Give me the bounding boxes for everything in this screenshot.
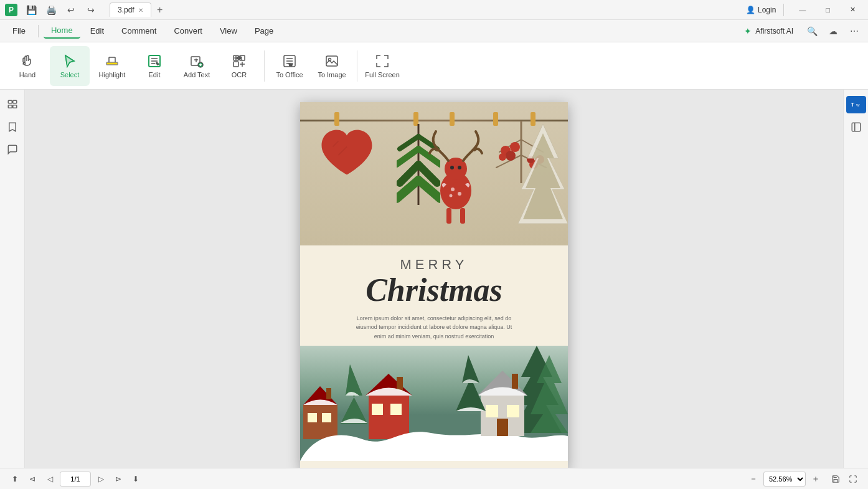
sidebar-thumbnail-icon[interactable] (2, 95, 22, 115)
svg-rect-13 (12, 100, 16, 103)
title-bar: P 💾 🖨️ ↩ ↪ 3.pdf ✕ + 👤 Login — □ ✕ (0, 0, 868, 20)
toolbar-divider-2 (357, 50, 357, 82)
active-tab[interactable]: 3.pdf ✕ (110, 2, 151, 17)
ai-label: Afirstsoft AI (755, 27, 793, 36)
menu-home[interactable]: Home (44, 23, 80, 39)
left-sidebar (0, 90, 25, 468)
ai-button[interactable]: ✦ Afirstsoft AI (738, 24, 800, 39)
sidebar-comment-icon[interactable] (2, 140, 22, 159)
next-page-button[interactable]: ⊳ (111, 472, 126, 487)
title-bar-right: 👤 Login — □ ✕ (746, 4, 863, 16)
to-office-tool-label: To Office (276, 71, 303, 78)
main-area: MERRY Christmas Lorem ipsum dolor sit am… (0, 90, 868, 468)
menu-bar: File Home Edit Comment Convert View Page… (0, 20, 868, 42)
zoom-select[interactable]: 25% 50% 52.56% 75% 100% 150% 200% (763, 472, 806, 487)
add-text-tool-button[interactable]: Add Text (177, 46, 217, 86)
pdf-viewer[interactable]: MERRY Christmas Lorem ipsum dolor sit am… (25, 90, 843, 468)
right-sidebar: T W (843, 90, 868, 468)
svg-point-31 (450, 166, 454, 169)
svg-rect-12 (8, 100, 12, 103)
separator (783, 4, 784, 16)
svg-rect-0 (106, 62, 118, 65)
svg-line-19 (400, 136, 418, 149)
svg-rect-62 (390, 404, 402, 415)
settings-icon[interactable]: ⋯ (846, 22, 863, 40)
christmas-text: Christmas (319, 274, 549, 306)
separator (38, 25, 39, 37)
ocr-tool-label: OCR (232, 71, 247, 78)
last-page-button[interactable]: ⬇ (128, 472, 143, 487)
page-number-input[interactable] (60, 472, 91, 487)
ai-section: ✦ Afirstsoft AI 🔍 ☁ ⋯ (738, 22, 863, 40)
sidebar-bookmark-icon[interactable] (2, 117, 22, 137)
hand-tool-button[interactable]: Hand (7, 46, 47, 86)
svg-point-44 (506, 151, 516, 161)
save-as-button[interactable] (828, 472, 843, 487)
menu-comment[interactable]: Comment (114, 24, 164, 38)
fullscreen-tool-label: Full Screen (365, 71, 400, 78)
print-button[interactable]: 🖨️ (42, 1, 60, 19)
new-tab-button[interactable]: + (153, 2, 167, 17)
prev-page-button[interactable]: ⊲ (25, 472, 40, 487)
to-image-tool-button[interactable]: To Image (312, 46, 352, 86)
svg-point-33 (453, 182, 458, 187)
status-bar: ⬆ ⊲ ◁ ▷ ⊳ ⬇ － 25% 50% 52.56% 75% 100% 15… (0, 468, 868, 489)
close-button[interactable]: ✕ (842, 4, 863, 15)
lorem-text: Lorem ipsum dolor sit amet, consectetur … (353, 314, 515, 341)
pdf-page: MERRY Christmas Lorem ipsum dolor sit am… (300, 102, 568, 468)
svg-point-34 (451, 188, 455, 191)
edit-tool-button[interactable]: Edit (134, 46, 174, 86)
menu-file[interactable]: File (5, 24, 33, 38)
ai-star-icon: ✦ (744, 26, 752, 36)
redo-button[interactable]: ↪ (82, 1, 100, 19)
fullscreen-tool-button[interactable]: Full Screen (362, 46, 402, 86)
scroll-down-button[interactable]: ▷ (93, 472, 108, 487)
search-button[interactable]: 🔍 (803, 22, 821, 40)
edit-tool-label: Edit (149, 71, 161, 78)
menu-edit[interactable]: Edit (83, 24, 111, 38)
svg-point-35 (458, 192, 461, 196)
tab-close-button[interactable]: ✕ (138, 7, 143, 14)
tab-bar: 3.pdf ✕ + (110, 2, 167, 17)
tab-filename: 3.pdf (118, 6, 134, 14)
maximize-button[interactable]: □ (818, 5, 837, 15)
to-office-tool-button[interactable]: W To Office (270, 46, 309, 86)
right-expand-icon[interactable] (846, 117, 866, 137)
right-panel-icon: T W (846, 95, 866, 115)
menu-convert[interactable]: Convert (166, 24, 210, 38)
svg-rect-30 (460, 208, 465, 224)
zoom-out-button[interactable]: － (746, 472, 761, 487)
fit-page-button[interactable] (846, 472, 861, 487)
svg-rect-79 (852, 123, 861, 131)
svg-rect-10 (326, 56, 337, 66)
title-bar-left: P 💾 🖨️ ↩ ↪ 3.pdf ✕ + (5, 1, 167, 19)
svg-rect-15 (12, 105, 16, 108)
svg-rect-72 (486, 405, 498, 417)
undo-button[interactable]: ↩ (62, 1, 80, 19)
user-icon: 👤 (746, 6, 755, 14)
save-button[interactable]: 💾 (22, 1, 40, 19)
hand-tool-label: Hand (19, 71, 35, 78)
highlight-tool-label: Highlight (99, 71, 126, 78)
scroll-up-button[interactable]: ◁ (42, 472, 57, 487)
ocr-tool-button[interactable]: OCR OCR (219, 46, 259, 86)
svg-point-45 (499, 153, 506, 161)
svg-rect-75 (512, 374, 518, 389)
minimize-button[interactable]: — (791, 5, 813, 15)
translate-button[interactable]: T W (846, 96, 866, 113)
login-button[interactable]: 👤 Login (746, 6, 776, 14)
highlight-tool-button[interactable]: Highlight (92, 46, 132, 86)
select-tool-label: Select (60, 71, 80, 78)
svg-rect-63 (397, 377, 403, 391)
page-navigation: ⬆ ⊲ ◁ ▷ ⊳ ⬇ (7, 472, 143, 487)
zoom-in-button[interactable]: ＋ (808, 472, 823, 487)
svg-text:T: T (851, 102, 854, 108)
svg-rect-58 (326, 388, 331, 399)
menu-view[interactable]: View (212, 24, 245, 38)
svg-rect-14 (8, 105, 12, 108)
cloud-upload-icon[interactable]: ☁ (824, 22, 842, 40)
menu-page[interactable]: Page (247, 24, 281, 38)
select-tool-button[interactable]: Select (50, 46, 90, 86)
svg-text:OCR: OCR (235, 56, 242, 60)
first-page-button[interactable]: ⬆ (7, 472, 22, 487)
